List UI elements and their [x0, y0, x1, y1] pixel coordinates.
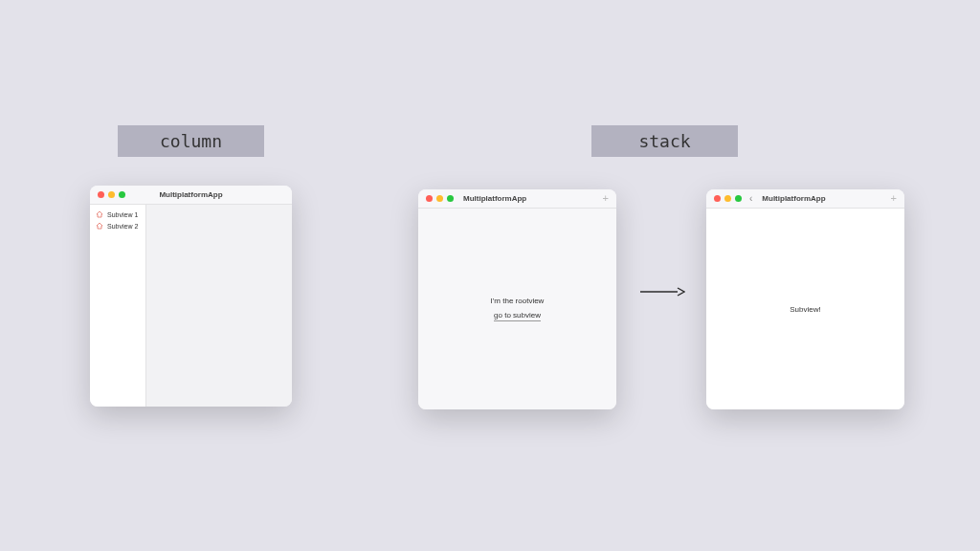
traffic-lights — [98, 191, 125, 198]
zoom-icon[interactable] — [735, 195, 742, 202]
window-body: I'm the rootview go to subview — [418, 209, 616, 409]
titlebar: ‹ MultiplatformApp + — [706, 189, 904, 209]
minimize-icon[interactable] — [724, 195, 731, 202]
sidebar-item[interactable]: Subview 1 — [90, 209, 145, 220]
window-body: Subview! — [706, 209, 904, 409]
window-body: Subview 1 Subview 2 — [90, 205, 292, 407]
titlebar: MultiplatformApp — [90, 186, 292, 205]
plus-icon[interactable]: + — [603, 193, 609, 204]
traffic-lights — [426, 195, 454, 202]
window-stack-root: MultiplatformApp + I'm the rootview go t… — [418, 189, 616, 409]
root-text: I'm the rootview — [491, 297, 545, 305]
sidebar: Subview 1 Subview 2 — [90, 205, 146, 407]
zoom-icon[interactable] — [119, 191, 125, 198]
sidebar-item[interactable]: Subview 2 — [90, 220, 145, 231]
zoom-icon[interactable] — [447, 195, 454, 202]
back-icon[interactable]: ‹ — [749, 194, 752, 204]
stack-label: stack — [591, 125, 738, 157]
window-title: MultiplatformApp — [463, 194, 526, 203]
window-stack-subview: ‹ MultiplatformApp + Subview! — [706, 189, 904, 409]
subview-text: Subview! — [790, 305, 820, 314]
column-label: column — [118, 125, 264, 157]
plus-icon[interactable]: + — [891, 193, 897, 204]
go-to-subview-link[interactable]: go to subview — [494, 311, 541, 321]
close-icon[interactable] — [714, 195, 721, 202]
minimize-icon[interactable] — [436, 195, 443, 202]
window-column: MultiplatformApp Subview 1 Subview 2 — [90, 186, 292, 407]
close-icon[interactable] — [98, 191, 104, 198]
minimize-icon[interactable] — [108, 191, 115, 198]
house-icon — [96, 222, 103, 230]
titlebar: MultiplatformApp + — [418, 189, 616, 209]
traffic-lights — [714, 195, 742, 202]
sidebar-item-label: Subview 2 — [107, 223, 138, 230]
sidebar-item-label: Subview 1 — [107, 211, 138, 218]
house-icon — [96, 210, 103, 218]
close-icon[interactable] — [426, 195, 433, 202]
window-title: MultiplatformApp — [762, 194, 825, 203]
content-area — [146, 205, 292, 407]
arrow-icon — [639, 285, 685, 298]
